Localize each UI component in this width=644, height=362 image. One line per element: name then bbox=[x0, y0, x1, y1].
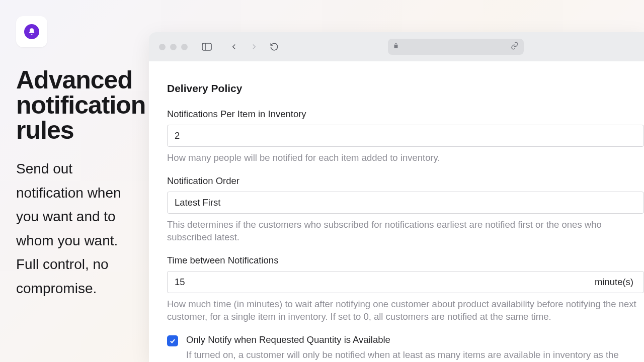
settings-form: Delivery Policy Notifications Per Item i… bbox=[149, 61, 644, 362]
window-controls[interactable] bbox=[159, 44, 188, 50]
field-per-item: Notifications Per Item in Inventory 2 Ho… bbox=[167, 109, 644, 164]
bell-icon bbox=[24, 24, 39, 39]
back-icon[interactable] bbox=[227, 40, 241, 54]
time-label: Time between Notifications bbox=[167, 255, 644, 266]
section-title: Delivery Policy bbox=[167, 82, 644, 95]
lock-icon bbox=[393, 42, 399, 51]
order-help: This determines if the customers who sub… bbox=[167, 219, 644, 244]
close-window-icon[interactable] bbox=[159, 44, 166, 50]
time-value: 15 bbox=[175, 277, 185, 288]
field-only-requested: Only Notify when Requested Quantity is A… bbox=[167, 334, 644, 362]
forward-icon bbox=[247, 40, 261, 54]
per-item-input[interactable]: 2 bbox=[167, 125, 644, 147]
time-help: How much time (in minutes) to wait after… bbox=[167, 298, 644, 323]
order-select[interactable]: Latest First bbox=[167, 192, 644, 214]
only-requested-help: If turned on, a customer will only be no… bbox=[186, 348, 644, 362]
order-label: Notification Order bbox=[167, 175, 644, 187]
maximize-window-icon[interactable] bbox=[181, 44, 188, 50]
time-unit: minute(s) bbox=[595, 277, 636, 288]
minimize-window-icon[interactable] bbox=[170, 44, 177, 50]
reload-icon[interactable] bbox=[267, 40, 281, 54]
per-item-value: 2 bbox=[175, 130, 180, 141]
hero-panel: Advanced notification rules Send out not… bbox=[16, 16, 142, 301]
time-input[interactable]: 15 minute(s) bbox=[167, 271, 644, 293]
per-item-help: How many people will be notified for eac… bbox=[167, 152, 644, 164]
field-time-between: Time between Notifications 15 minute(s) … bbox=[167, 255, 644, 323]
sidebar-toggle-icon[interactable] bbox=[200, 40, 214, 54]
link-icon bbox=[511, 42, 519, 52]
address-bar[interactable] bbox=[388, 39, 524, 55]
hero-subhead: Send out notification when you want and … bbox=[16, 157, 142, 301]
field-order: Notification Order Latest First This det… bbox=[167, 175, 644, 244]
hero-headline: Advanced notification rules bbox=[16, 67, 142, 143]
only-requested-checkbox[interactable] bbox=[167, 335, 178, 346]
browser-toolbar bbox=[149, 32, 644, 61]
browser-window: Delivery Policy Notifications Per Item i… bbox=[149, 32, 644, 362]
order-value: Latest First bbox=[175, 197, 221, 208]
svg-rect-0 bbox=[202, 43, 211, 50]
only-requested-label: Only Notify when Requested Quantity is A… bbox=[186, 334, 644, 345]
per-item-label: Notifications Per Item in Inventory bbox=[167, 109, 644, 120]
app-logo bbox=[16, 16, 47, 47]
